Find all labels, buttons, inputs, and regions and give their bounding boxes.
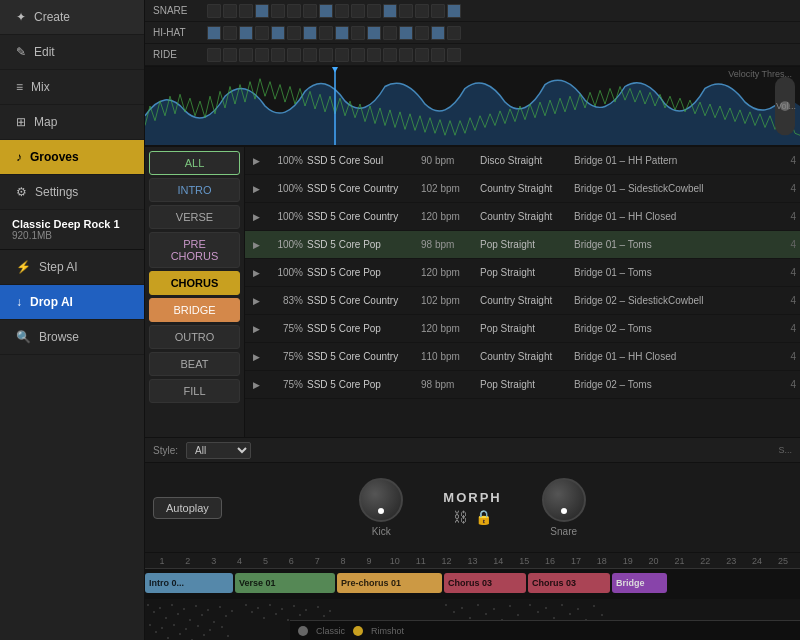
drum-pad[interactable] [287, 48, 301, 62]
groove-row[interactable]: ▶ 75% SSD 5 Core Pop 98 bpm Pop Straight… [245, 371, 800, 399]
drum-pad[interactable] [447, 48, 461, 62]
groove-percent: 100% [267, 183, 303, 194]
drum-pad[interactable] [255, 48, 269, 62]
drum-pad[interactable] [319, 26, 333, 40]
groove-play-button[interactable]: ▶ [249, 322, 263, 336]
drum-pad[interactable] [207, 48, 221, 62]
drum-pad[interactable] [319, 48, 333, 62]
groove-play-button[interactable]: ▶ [249, 294, 263, 308]
drum-pad[interactable] [303, 4, 317, 18]
drum-pad[interactable] [223, 4, 237, 18]
drum-pad[interactable] [383, 4, 397, 18]
kick-knob[interactable] [359, 478, 403, 522]
sidebar-item-grooves[interactable]: ♪ Grooves [0, 140, 144, 175]
drum-pad[interactable] [255, 4, 269, 18]
snare-knob[interactable] [542, 478, 586, 522]
groove-num: 4 [776, 183, 796, 194]
groove-play-button[interactable]: ▶ [249, 182, 263, 196]
groove-row[interactable]: ▶ 100% SSD 5 Core Country 120 bpm Countr… [245, 203, 800, 231]
timeline-block-chorus-2[interactable]: Chorus 03 [528, 573, 610, 593]
drum-pad[interactable] [303, 48, 317, 62]
sidebar-item-browse[interactable]: 🔍 Browse [0, 320, 144, 355]
groove-play-button[interactable]: ▶ [249, 266, 263, 280]
drum-pad[interactable] [351, 4, 365, 18]
drum-pad[interactable] [383, 26, 397, 40]
groove-row[interactable]: ▶ 100% SSD 5 Core Pop 120 bpm Pop Straig… [245, 259, 800, 287]
groove-play-button[interactable]: ▶ [249, 210, 263, 224]
drum-pad[interactable] [303, 26, 317, 40]
drum-pad[interactable] [431, 4, 445, 18]
drum-pad[interactable] [223, 48, 237, 62]
drum-pad[interactable] [447, 4, 461, 18]
timeline-block-bridge[interactable]: Bridge [612, 573, 667, 593]
groove-play-button[interactable]: ▶ [249, 238, 263, 252]
drum-pad[interactable] [271, 26, 285, 40]
groove-row[interactable]: ▶ 100% SSD 5 Core Country 102 bpm Countr… [245, 175, 800, 203]
drum-pad[interactable] [431, 26, 445, 40]
drum-pad[interactable] [399, 4, 413, 18]
sidebar-item-create[interactable]: ✦ Create [0, 0, 144, 35]
groove-row[interactable]: ▶ 83% SSD 5 Core Country 102 bpm Country… [245, 287, 800, 315]
sidebar-item-step-ai[interactable]: ⚡ Step AI [0, 250, 144, 285]
drum-pad[interactable] [415, 26, 429, 40]
sidebar-item-mix[interactable]: ≡ Mix [0, 70, 144, 105]
drum-pad[interactable] [383, 48, 397, 62]
drum-pad[interactable] [287, 26, 301, 40]
drum-pad[interactable] [207, 26, 221, 40]
drum-pad[interactable] [447, 26, 461, 40]
drum-pad[interactable] [351, 48, 365, 62]
drum-pad[interactable] [207, 4, 221, 18]
sidebar-item-drop-ai[interactable]: ↓ Drop AI [0, 285, 144, 320]
autoplay-button[interactable]: Autoplay [153, 497, 222, 519]
drum-pad[interactable] [287, 4, 301, 18]
timeline-block-verse[interactable]: Verse 01 [235, 573, 335, 593]
sidebar-item-settings[interactable]: ⚙ Settings [0, 175, 144, 210]
drum-pad[interactable] [431, 48, 445, 62]
filter-verse-button[interactable]: VERSE [149, 205, 240, 229]
filter-intro-button[interactable]: INTRO [149, 178, 240, 202]
timeline-block-chorus-1[interactable]: Chorus 03 [444, 573, 526, 593]
groove-play-button[interactable]: ▶ [249, 378, 263, 392]
drum-pad[interactable] [239, 26, 253, 40]
timeline-block-intro[interactable]: Intro 0... [145, 573, 233, 593]
drum-pad[interactable] [367, 26, 381, 40]
filter-outro-button[interactable]: OUTRO [149, 325, 240, 349]
drum-pad[interactable] [415, 4, 429, 18]
groove-row[interactable]: ▶ 75% SSD 5 Core Pop 120 bpm Pop Straigh… [245, 315, 800, 343]
drum-pad[interactable] [399, 48, 413, 62]
filter-prechorus-button[interactable]: PRE CHORUS [149, 232, 240, 268]
filter-bridge-button[interactable]: BRIDGE [149, 298, 240, 322]
drum-pad[interactable] [367, 4, 381, 18]
drum-pad[interactable] [239, 4, 253, 18]
groove-play-button[interactable]: ▶ [249, 350, 263, 364]
filter-fill-button[interactable]: FILL [149, 379, 240, 403]
svg-rect-68 [485, 613, 487, 615]
drum-pad[interactable] [271, 48, 285, 62]
filter-beat-button[interactable]: BEAT [149, 352, 240, 376]
drum-pad[interactable] [367, 48, 381, 62]
filter-all-button[interactable]: ALL [149, 151, 240, 175]
drum-pad[interactable] [351, 26, 365, 40]
sidebar-item-map[interactable]: ⊞ Map [0, 105, 144, 140]
drum-pad[interactable] [223, 26, 237, 40]
svg-rect-33 [227, 635, 229, 637]
drum-pad[interactable] [399, 26, 413, 40]
style-select[interactable]: All Straight Shuffle Swing [186, 442, 251, 459]
drum-pad[interactable] [319, 4, 333, 18]
drum-pad[interactable] [239, 48, 253, 62]
drum-pad[interactable] [415, 48, 429, 62]
groove-row[interactable]: ▶ 75% SSD 5 Core Country 110 bpm Country… [245, 343, 800, 371]
drum-pad[interactable] [335, 4, 349, 18]
drum-pad[interactable] [335, 26, 349, 40]
sidebar-item-edit[interactable]: ✎ Edit [0, 35, 144, 70]
groove-row[interactable]: ▶ 100% SSD 5 Core Pop 98 bpm Pop Straigh… [245, 231, 800, 259]
style-bar: Style: All Straight Shuffle Swing S... [145, 437, 800, 463]
groove-play-button[interactable]: ▶ [249, 154, 263, 168]
svg-rect-48 [329, 610, 331, 612]
drum-pad[interactable] [271, 4, 285, 18]
drum-pad[interactable] [255, 26, 269, 40]
drum-pad[interactable] [335, 48, 349, 62]
timeline-block-prechorus[interactable]: Pre-chorus 01 [337, 573, 442, 593]
filter-chorus-button[interactable]: CHORUS [149, 271, 240, 295]
groove-row[interactable]: ▶ 100% SSD 5 Core Soul 90 bpm Disco Stra… [245, 147, 800, 175]
